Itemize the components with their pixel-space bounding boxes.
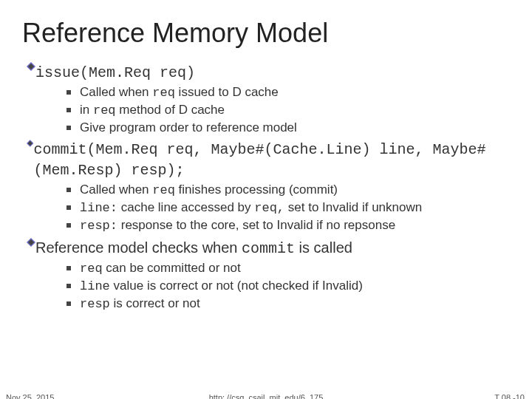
sub-item: Called when req finishes processing (com… <box>66 182 510 199</box>
square-icon <box>66 108 71 112</box>
text: Give program order to reference model <box>80 120 297 134</box>
code-text: req, <box>254 201 284 215</box>
square-icon <box>66 205 71 210</box>
square-icon <box>66 223 71 228</box>
footer-url: http: //csg. csail. mit. edu/6. 175 <box>209 393 324 399</box>
code-text: issue(Mem.Req req) <box>35 64 195 81</box>
code-text: req <box>80 262 103 276</box>
page-title: Reference Memory Model <box>22 18 510 49</box>
sub-item: resp is correct or not <box>66 296 510 313</box>
square-icon <box>66 266 71 270</box>
text: Called when <box>80 85 152 99</box>
code-text: line <box>80 279 110 293</box>
text: cache line accessed by <box>117 200 254 214</box>
diamond-icon <box>27 139 33 148</box>
sub-item: req can be committed or not <box>66 260 510 277</box>
sub-item: Called when req issued to D cache <box>66 84 510 101</box>
text: issued to D cache <box>175 85 279 99</box>
text: method of D cache <box>116 103 225 117</box>
square-icon <box>66 301 71 306</box>
text: response to the core, set to Invalid if … <box>117 218 395 232</box>
sub-item: line value is correct or not (not checke… <box>66 278 510 295</box>
diamond-icon <box>27 238 35 247</box>
code-text: resp: <box>80 219 117 233</box>
diamond-icon <box>27 62 35 71</box>
text: Called when <box>80 183 152 197</box>
code-text: commit(Mem.Req req, Maybe#(Cache.Line) l… <box>33 141 485 179</box>
square-icon <box>66 188 71 192</box>
code-text: req <box>152 86 175 100</box>
sub-item: line: cache line accessed by req, set to… <box>66 200 510 216</box>
square-icon <box>66 126 71 130</box>
code-text: line: <box>80 201 117 215</box>
item-commit: commit(Mem.Req req, Maybe#(Cache.Line) l… <box>27 139 510 180</box>
footer-date: Nov 25, 2015 <box>6 393 54 399</box>
sub-item: Give program order to reference model <box>66 120 510 136</box>
code-text: resp <box>80 297 110 311</box>
text: is correct or not <box>110 296 200 310</box>
code-text: req <box>93 103 116 117</box>
text: value is correct or not (not checked if … <box>110 279 363 293</box>
item-issue: issue(Mem.Req req) <box>27 62 510 83</box>
text: can be committed or not <box>103 261 241 275</box>
sub-item: in req method of D cache <box>66 102 510 119</box>
text: in <box>80 103 93 117</box>
item-reference-checks: Reference model checks when commit is ca… <box>27 238 510 259</box>
square-icon <box>66 90 71 95</box>
footer-page: T 08 -10 <box>494 393 525 399</box>
text: finishes processing (commit) <box>175 183 338 197</box>
square-icon <box>66 284 71 288</box>
text: set to Invalid if unknown <box>284 200 422 214</box>
code-text: req <box>152 183 175 197</box>
slide: Reference Memory Model issue(Mem.Req req… <box>0 0 532 399</box>
sub-item: resp: response to the core, set to Inval… <box>66 217 510 234</box>
